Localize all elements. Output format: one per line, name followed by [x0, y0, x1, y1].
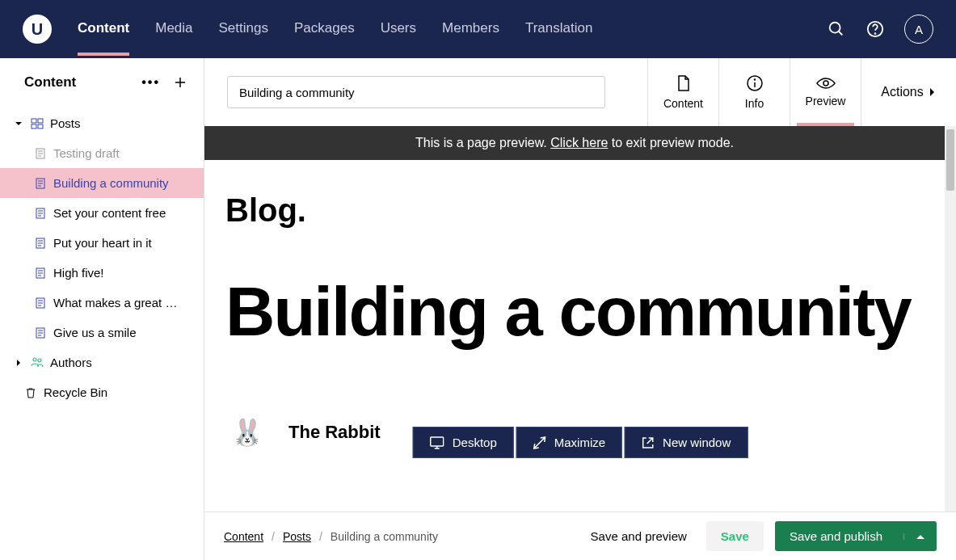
add-icon[interactable] — [173, 75, 187, 90]
desktop-icon — [430, 436, 444, 449]
preview-wrapper: This is a page preview. Click here to ex… — [204, 126, 956, 512]
tree-item-label: Put your heart in it — [53, 236, 152, 250]
eye-icon — [816, 77, 836, 90]
author-avatar: 🐰 — [225, 411, 269, 454]
svg-rect-7 — [38, 119, 43, 123]
svg-point-39 — [38, 359, 41, 362]
banner-suffix: to exit preview mode. — [608, 136, 734, 149]
tree-item-label: Testing draft — [53, 146, 120, 160]
more-icon[interactable]: ••• — [141, 75, 160, 90]
scrollbar[interactable] — [945, 126, 956, 512]
tab-preview[interactable]: Preview — [790, 58, 861, 126]
exit-preview-link[interactable]: Click here — [550, 136, 608, 149]
nav-item-members[interactable]: Members — [442, 2, 499, 56]
tree-item-label: Recycle Bin — [44, 385, 107, 399]
tab-actions[interactable]: Actions — [861, 58, 956, 126]
tree-item-give-us-smile[interactable]: Give us a smile — [0, 318, 204, 347]
blog-label: Blog. — [225, 192, 945, 229]
avatar[interactable]: A — [904, 15, 933, 44]
authors-icon — [31, 356, 44, 369]
caret-down-icon — [13, 120, 24, 128]
svg-point-38 — [33, 358, 36, 361]
tab-info[interactable]: Info — [718, 58, 790, 126]
tree-group-authors[interactable]: Authors — [0, 347, 204, 377]
save-button[interactable]: Save — [706, 521, 764, 551]
svg-rect-8 — [32, 124, 36, 128]
tree-item-label: High five! — [53, 266, 104, 280]
document-icon — [34, 177, 47, 190]
document-icon — [34, 326, 47, 339]
tree-recycle-bin[interactable]: Recycle Bin — [0, 377, 204, 407]
tree-item-building-community[interactable]: Building a community — [0, 168, 204, 198]
search-icon[interactable] — [827, 19, 846, 39]
document-icon — [34, 297, 47, 309]
tree-group-label: Authors — [50, 356, 92, 369]
breadcrumb-content[interactable]: Content — [224, 530, 263, 543]
btn-label: Save and publish — [790, 529, 882, 543]
svg-rect-6 — [32, 119, 36, 123]
svg-point-43 — [823, 81, 828, 86]
logo[interactable]: U — [23, 15, 52, 44]
content-area: Content Info Preview Actions — [204, 58, 956, 560]
external-link-icon — [642, 436, 655, 449]
svg-point-42 — [754, 79, 755, 80]
document-icon — [676, 74, 692, 92]
title-input[interactable] — [227, 76, 605, 108]
tab-content[interactable]: Content — [647, 58, 718, 126]
tree-item-high-five[interactable]: High five! — [0, 258, 204, 288]
breadcrumb-separator: / — [319, 530, 322, 543]
breadcrumb-posts[interactable]: Posts — [283, 530, 311, 543]
svg-line-1 — [839, 32, 843, 36]
sidebar-title: Content — [24, 74, 76, 91]
tree-group-posts[interactable]: Posts — [0, 108, 204, 138]
main-layout: Content ••• Posts Testing dr — [0, 58, 956, 560]
breadcrumb-separator: / — [272, 530, 275, 543]
tree-group-label: Posts — [50, 116, 81, 130]
btn-label: New window — [663, 436, 731, 449]
nav-item-users[interactable]: Users — [381, 2, 416, 56]
preview-body: Blog. Building a community 🐰 The Rabbit — [204, 160, 945, 512]
document-icon — [34, 207, 47, 220]
svg-rect-9 — [38, 124, 43, 128]
tree: Posts Testing draft Building a community… — [0, 107, 204, 409]
nav-item-media[interactable]: Media — [155, 2, 192, 56]
tab-label: Info — [745, 97, 764, 110]
nav-item-packages[interactable]: Packages — [294, 2, 355, 56]
info-icon — [746, 74, 764, 92]
tab-label: Preview — [806, 95, 846, 107]
author-name: The Rabbit — [288, 422, 381, 443]
nav-item-translation[interactable]: Translation — [525, 2, 592, 56]
btn-label: Desktop — [453, 436, 497, 449]
nav-items: Content Media Settings Packages Users Me… — [78, 2, 592, 56]
chevron-right-icon — [929, 86, 937, 98]
tree-item-what-makes-great[interactable]: What makes a great … — [0, 288, 204, 318]
document-icon — [34, 237, 47, 250]
nav-item-settings[interactable]: Settings — [219, 2, 268, 56]
save-and-publish-button[interactable]: Save and publish — [775, 521, 937, 551]
tree-item-label: Building a community — [53, 176, 169, 190]
tab-label: Actions — [881, 85, 923, 99]
maximize-icon — [533, 436, 546, 449]
device-buttons: Desktop Maximize New window — [413, 427, 748, 458]
breadcrumb: Content / Posts / Building a community — [224, 530, 438, 543]
tree-item-set-content-free[interactable]: Set your content free — [0, 198, 204, 228]
chevron-up-icon[interactable] — [903, 533, 925, 540]
device-desktop-button[interactable]: Desktop — [413, 427, 514, 458]
footer: Content / Posts / Building a community S… — [204, 512, 956, 560]
svg-rect-44 — [431, 437, 444, 446]
device-maximize-button[interactable]: Maximize — [516, 427, 622, 458]
save-and-preview-button[interactable]: Save and preview — [583, 523, 695, 549]
tree-item-testing-draft[interactable]: Testing draft — [0, 138, 204, 168]
help-icon[interactable] — [865, 19, 885, 39]
trash-icon — [24, 386, 37, 399]
posts-icon — [31, 117, 44, 130]
top-navigation: U Content Media Settings Packages Users … — [0, 0, 956, 58]
sidebar-header: Content ••• — [0, 58, 204, 107]
tree-item-put-your-heart[interactable]: Put your heart in it — [0, 228, 204, 258]
scrollbar-thumb[interactable] — [946, 129, 954, 191]
header-tabs: Content Info Preview Actions — [647, 58, 956, 126]
svg-point-0 — [830, 23, 840, 33]
topnav-right: A — [827, 15, 933, 44]
device-new-window-button[interactable]: New window — [625, 427, 748, 458]
nav-item-content[interactable]: Content — [78, 2, 129, 56]
